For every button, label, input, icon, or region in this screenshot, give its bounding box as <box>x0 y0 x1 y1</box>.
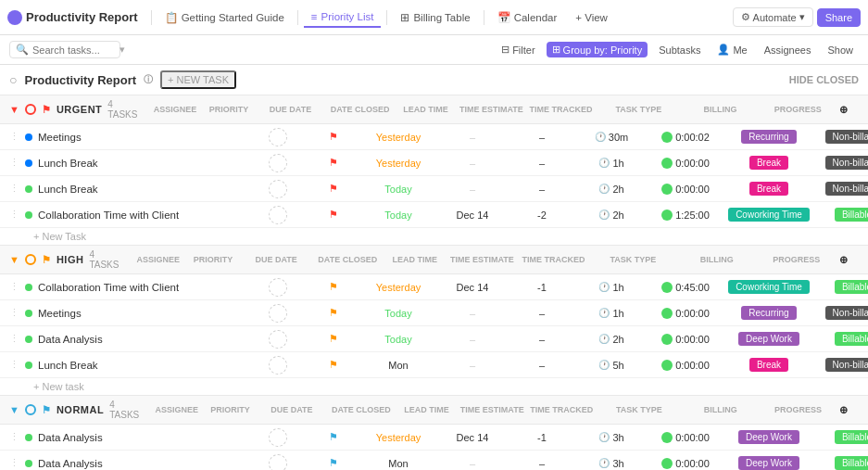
date-closed-cell: – <box>435 132 509 143</box>
time-estimate-cell: 🕐 5h <box>574 360 648 371</box>
time-estimate-cell: 🕐 2h <box>574 334 648 345</box>
high-new-task-link[interactable]: + New task <box>33 381 84 392</box>
task-type-badge: Deep Work <box>738 332 799 346</box>
billing-badge: Billable <box>835 280 868 294</box>
task-type-badge: Recurring <box>741 130 796 144</box>
assignees-button[interactable]: Assignees <box>759 43 817 57</box>
urgent-new-task-link[interactable]: + New Task <box>33 231 86 242</box>
filter-icon: ⊟ <box>501 44 509 56</box>
nav-divider-2 <box>297 10 298 25</box>
clock-icon: 🕐 <box>598 458 610 468</box>
high-count: 4 TASKS <box>89 249 122 270</box>
task-color-dot <box>25 159 32 167</box>
billing-badge: Billable <box>835 332 868 346</box>
me-button[interactable]: 👤 Me <box>711 42 752 57</box>
table-row: ⋮ Meetings ⚑ Yesterday – – 🕐 30m 0:00:02… <box>0 124 868 150</box>
time-estimate-value: 30m <box>609 132 628 143</box>
urgent-add-icon[interactable]: ⊕ <box>839 104 859 116</box>
priority-cell: ⚑ <box>306 431 361 443</box>
project-info-icon: ⓘ <box>144 73 153 86</box>
due-date-cell: Yesterday <box>361 432 435 443</box>
tab-billing-table-label: Billing Table <box>413 12 470 23</box>
tab-add-view[interactable]: + View <box>568 8 615 27</box>
filter-button[interactable]: ⊟ Filter <box>496 42 540 57</box>
time-tracked-cell: 1:25:00 <box>648 210 723 221</box>
project-header: ○ Productivity Report ⓘ + NEW TASK HIDE … <box>0 65 868 95</box>
lead-time-cell: -1 <box>509 282 574 293</box>
task-type-badge: Break <box>749 182 788 196</box>
clock-icon: 🕐 <box>598 334 610 344</box>
table-row: ⋮ Data Analysis ⚑ Mon – – 🕐 3h 0:00:00 D… <box>0 451 868 470</box>
time-estimate-value: 1h <box>612 308 623 319</box>
clock-icon: 🕐 <box>598 158 610 168</box>
group-icon: ⊞ <box>552 44 560 56</box>
search-box[interactable]: 🔍 ▾ <box>9 41 120 58</box>
task-name-cell: ⋮ Meetings <box>9 131 250 143</box>
assignee-cell <box>250 428 306 447</box>
hide-closed-button[interactable]: HIDE CLOSED <box>789 74 859 85</box>
task-name: Lunch Break <box>38 184 98 195</box>
assignee-cell <box>250 180 306 198</box>
automate-label: Automate <box>753 12 797 23</box>
task-color-dot <box>25 460 32 467</box>
time-tracked-value: 0:00:00 <box>675 158 710 169</box>
task-menu-icon: ⋮ <box>9 209 19 221</box>
assignee-cell <box>250 356 306 375</box>
urgent-header: ▼ ⚑ URGENT 4 TASKS ASSIGNEE PRIORITY DUE… <box>0 95 868 124</box>
due-date-cell: Yesterday <box>361 282 435 293</box>
tab-getting-started[interactable]: 📋 Getting Started Guide <box>157 7 292 28</box>
nav-divider-4 <box>484 10 484 25</box>
priority-cell: ⚑ <box>306 157 361 169</box>
task-name-cell: ⋮ Data Analysis <box>9 333 250 345</box>
date-closed-cell: – <box>435 308 509 319</box>
clock-icon: 🕐 <box>598 184 610 194</box>
group-by-button[interactable]: ⊞ Group by: Priority <box>547 42 648 57</box>
task-color-dot <box>25 284 32 291</box>
clock-icon: 🕐 <box>598 210 610 220</box>
filter-label: Filter <box>512 44 535 56</box>
priority-flag-icon: ⚑ <box>329 183 338 195</box>
project-title: Productivity Report <box>24 73 136 87</box>
tab-billing-table[interactable]: ⊞ Billing Table <box>393 7 477 28</box>
tab-calendar[interactable]: 📅 Calendar <box>490 7 565 28</box>
high-chevron-icon: ▼ <box>9 254 19 265</box>
priority-cell: ⚑ <box>306 359 361 371</box>
billing-cell: Non-billable <box>815 130 868 144</box>
task-menu-icon: ⋮ <box>9 131 19 143</box>
avatar <box>269 304 287 323</box>
time-tracked-cell: 0:00:00 <box>648 458 723 469</box>
task-color-dot <box>25 434 32 441</box>
share-button[interactable]: Share <box>817 8 861 27</box>
app-logo: Productivity Report <box>7 10 138 25</box>
high-label: HIGH <box>57 254 84 265</box>
due-date-cell: Yesterday <box>361 132 435 143</box>
date-closed-cell: – <box>435 158 509 169</box>
high-add-icon[interactable]: ⊕ <box>839 254 859 266</box>
time-tracked-value: 0:00:00 <box>675 184 710 195</box>
new-task-button[interactable]: + NEW TASK <box>160 70 236 89</box>
task-menu-icon: ⋮ <box>9 333 19 345</box>
tab-getting-started-label: Getting Started Guide <box>182 12 284 23</box>
time-tracked-icon <box>661 360 673 371</box>
time-tracked-value: 0:00:00 <box>675 308 710 319</box>
lead-time-cell: -1 <box>509 432 574 443</box>
billing-cell: Billable <box>815 280 868 294</box>
subtasks-button[interactable]: Subtasks <box>653 43 706 57</box>
tab-priority-list[interactable]: ≡ Priority List <box>304 7 382 28</box>
time-tracked-value: 0:45:00 <box>675 282 710 293</box>
priority-flag-icon: ⚑ <box>329 457 338 469</box>
priority-cell: ⚑ <box>306 131 361 143</box>
project-circle-icon: ○ <box>9 72 17 87</box>
task-color-dot <box>25 185 32 193</box>
task-menu-icon: ⋮ <box>9 457 19 469</box>
lead-time-cell: -2 <box>509 210 574 221</box>
time-tracked-cell: 0:00:00 <box>648 334 723 345</box>
search-input[interactable] <box>32 44 116 56</box>
normal-add-icon[interactable]: ⊕ <box>839 404 859 416</box>
table-row: ⋮ Data Analysis ⚑ Yesterday Dec 14 -1 🕐 … <box>0 425 868 451</box>
show-button[interactable]: Show <box>822 43 859 57</box>
automate-button[interactable]: ⚙ Automate ▾ <box>733 7 813 27</box>
billing-cell: Billable <box>815 332 868 346</box>
task-name-cell: ⋮ Data Analysis <box>9 431 250 443</box>
automate-icon: ⚙ <box>741 11 750 23</box>
